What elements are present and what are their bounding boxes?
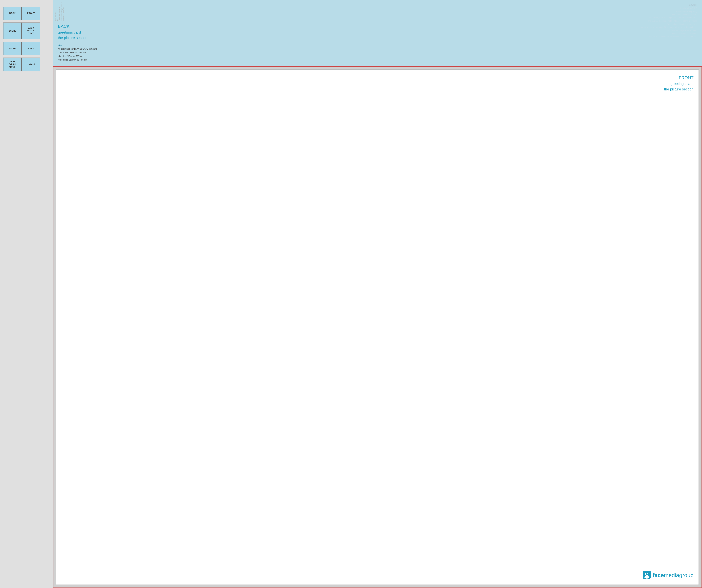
thumb-front-3: FRONT bbox=[3, 42, 21, 55]
left-panel: BACK FRONT FRONT BACK INSIDE TEXT FRONT … bbox=[0, 0, 53, 588]
size-line-1: A5 greetings card LANDSCAPE template bbox=[58, 47, 697, 51]
thumb-front-4: FRONT bbox=[22, 57, 40, 71]
logo-text: facemediagroup bbox=[653, 572, 694, 578]
thumb-back-1: BACK bbox=[3, 7, 21, 20]
right-panel: print address to ■ facemediagroup www.fa… bbox=[53, 0, 702, 588]
thumb-front-1: FRONT bbox=[22, 7, 40, 20]
thumbnail-row-1: BACK FRONT bbox=[3, 7, 49, 20]
svg-point-3 bbox=[645, 576, 649, 579]
thumb-front-2: FRONT bbox=[3, 22, 21, 39]
info-area: print address to ■ facemediagroup www.fa… bbox=[53, 0, 702, 66]
size-line-4: folded size 210mm x 148.5mm bbox=[58, 58, 697, 62]
logo-media: mediagroup bbox=[664, 572, 694, 578]
greetings-label: greetings card bbox=[58, 30, 697, 35]
thumb-back-inside: BACK INSIDE TEXT bbox=[22, 22, 40, 39]
thumbnail-row-4: BACK INSIDE TEXT FRONT bbox=[3, 57, 49, 71]
logo-area: facemediagroup bbox=[642, 571, 694, 580]
size-title: size bbox=[58, 44, 697, 46]
thumbnail-row-2: FRONT BACK INSIDE TEXT bbox=[3, 22, 49, 39]
svg-point-2 bbox=[646, 573, 648, 575]
face-logo-icon bbox=[642, 571, 651, 580]
artwork-instructions: artwork Ideally a PICTURE should be the … bbox=[641, 3, 697, 38]
thumb-back-2: BACK bbox=[22, 42, 40, 55]
branding-rotated: print address to ■ facemediagroup www.fa… bbox=[54, 2, 65, 21]
thumb-back-inside-2: BACK INSIDE TEXT bbox=[3, 57, 21, 71]
front-label: FRONT bbox=[664, 75, 694, 81]
thumbnail-row-3: FRONT BACK bbox=[3, 42, 49, 55]
artwork-title: artwork bbox=[641, 3, 697, 7]
card-greetings-label: greetings card bbox=[664, 81, 694, 87]
logo-face: face bbox=[653, 572, 664, 578]
card-preview-labels: FRONT greetings card the picture section bbox=[664, 75, 694, 92]
size-line-3: trim size 210mm x 297mm bbox=[58, 54, 697, 58]
size-section: size A5 greetings card LANDSCAPE templat… bbox=[58, 44, 697, 62]
size-line-2: canvas size 214mm x 301mm bbox=[58, 51, 697, 54]
card-picture-label: the picture section bbox=[664, 87, 694, 92]
info-labels: BACK greetings card the picture section bbox=[58, 23, 697, 40]
card-preview-area: FRONT greetings card the picture section bbox=[53, 66, 702, 588]
back-section-label: BACK bbox=[58, 23, 697, 30]
picture-section-label: the picture section bbox=[58, 35, 697, 40]
card-preview: FRONT greetings card the picture section bbox=[56, 69, 699, 585]
